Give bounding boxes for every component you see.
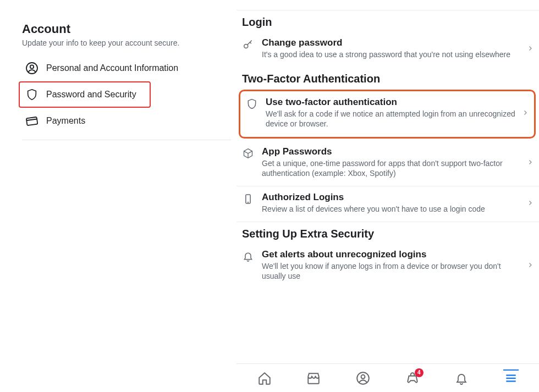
- item-change-password[interactable]: Change password It's a good idea to use …: [237, 32, 539, 67]
- security-scroll-area: Login Change password It's a good idea t…: [237, 10, 539, 363]
- item-text: Authorized Logins Review a list of devic…: [262, 192, 531, 214]
- bottom-tabbar: 4: [237, 363, 539, 392]
- item-desc: We'll let you know if anyone logs in fro…: [262, 261, 521, 281]
- svg-point-8: [361, 374, 365, 378]
- login-list: Change password It's a good idea to use …: [237, 32, 539, 67]
- item-desc: Get a unique, one-time password for apps…: [262, 158, 521, 178]
- item-desc: Review a list of devices where you won't…: [262, 204, 521, 214]
- tab-marketplace[interactable]: [306, 371, 321, 386]
- chevron-right-icon: [527, 260, 534, 272]
- shield-icon: [246, 98, 258, 110]
- tab-notifications[interactable]: [454, 371, 469, 386]
- item-title: Authorized Logins: [262, 192, 521, 203]
- tab-badge: 4: [415, 368, 424, 377]
- section-header-2fa: Two-Factor Authentication: [237, 67, 539, 89]
- chevron-right-icon: [527, 198, 534, 210]
- item-desc: It's a good idea to use a strong passwor…: [262, 49, 521, 59]
- security-settings-pane: Login Change password It's a good idea t…: [237, 0, 539, 392]
- menu-item-password-security[interactable]: Password and Security: [19, 81, 151, 108]
- bell-icon: [242, 250, 254, 262]
- extra-security-list: Get alerts about unrecognized logins We'…: [237, 244, 539, 289]
- tab-home[interactable]: [257, 371, 272, 386]
- key-icon: [242, 38, 254, 51]
- menu-item-payments[interactable]: Payments: [22, 108, 227, 134]
- card-icon: [25, 114, 38, 128]
- svg-point-4: [244, 44, 248, 48]
- tab-gaming[interactable]: 4: [405, 371, 420, 386]
- item-title: Use two-factor authentication: [266, 97, 516, 108]
- item-app-passwords[interactable]: App Passwords Get a unique, one-time pas…: [237, 141, 539, 186]
- twofa-list: Use two-factor authentication We'll ask …: [237, 89, 539, 222]
- menu-item-personal-info[interactable]: Personal and Account Information: [22, 55, 227, 81]
- item-text: Use two-factor authentication We'll ask …: [266, 97, 526, 129]
- menu-item-label: Password and Security: [46, 90, 136, 100]
- item-login-alerts[interactable]: Get alerts about unrecognized logins We'…: [237, 244, 539, 289]
- item-authorized-logins[interactable]: Authorized Logins Review a list of devic…: [237, 186, 539, 222]
- item-title: Get alerts about unrecognized logins: [262, 249, 521, 260]
- svg-point-1: [30, 65, 34, 68]
- tab-menu[interactable]: [503, 369, 519, 385]
- menu-item-label: Payments: [46, 116, 85, 126]
- section-header-extra-security: Setting Up Extra Security: [237, 222, 539, 244]
- tab-profile[interactable]: [355, 371, 371, 386]
- item-title: Change password: [262, 37, 521, 48]
- item-desc: We'll ask for a code if we notice an att…: [266, 109, 516, 129]
- divider: [22, 140, 231, 140]
- phone-icon: [242, 193, 254, 205]
- chevron-right-icon: [527, 157, 534, 169]
- item-use-2fa[interactable]: Use two-factor authentication We'll ask …: [239, 90, 536, 138]
- svg-rect-2: [26, 117, 38, 126]
- account-settings-pane: Account Update your info to keep your ac…: [0, 0, 237, 392]
- item-text: Change password It's a good idea to use …: [262, 37, 531, 59]
- chevron-right-icon: [527, 43, 534, 56]
- section-header-login: Login: [237, 10, 539, 32]
- item-title: App Passwords: [262, 146, 521, 157]
- person-circle-icon: [25, 62, 38, 75]
- account-subtitle: Update your info to keep your account se…: [22, 38, 227, 47]
- shield-icon: [25, 88, 38, 101]
- account-title: Account: [22, 22, 227, 36]
- item-text: App Passwords Get a unique, one-time pas…: [262, 146, 531, 178]
- menu-item-label: Personal and Account Information: [46, 63, 178, 73]
- account-menu: Personal and Account Information Passwor…: [22, 55, 227, 134]
- cube-icon: [242, 147, 254, 159]
- chevron-right-icon: [522, 108, 529, 120]
- svg-line-3: [27, 119, 37, 121]
- item-text: Get alerts about unrecognized logins We'…: [262, 249, 531, 281]
